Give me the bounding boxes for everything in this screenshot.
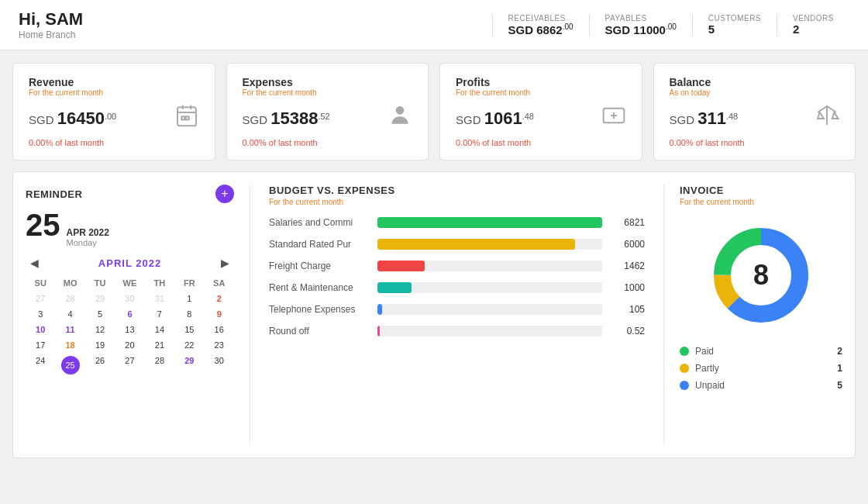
budget-bar-wrap [377, 326, 602, 337]
calendar-day[interactable]: 8 [174, 306, 204, 322]
calendar-day[interactable]: 28 [55, 291, 84, 306]
calendar-day[interactable]: 23 [205, 337, 234, 353]
calendar-month-label: APRIL 2022 [98, 257, 161, 269]
budget-bar [377, 217, 602, 228]
card-expenses[interactable]: Expenses For the current month SGD 15388… [226, 63, 429, 161]
calendar-day[interactable]: 12 [85, 322, 115, 337]
calendar-day[interactable]: 3 [26, 306, 55, 322]
add-reminder-button[interactable]: + [215, 185, 234, 203]
calendar-day[interactable]: 27 [115, 353, 144, 378]
branch-label: Home Branch [19, 29, 83, 40]
customers-label: CUSTOMERS [708, 14, 761, 22]
invoice-legend: Paid 2 Partly 1 Unpaid 5 [680, 346, 842, 391]
calendar-day[interactable]: 7 [145, 306, 174, 322]
budget-bar [377, 326, 380, 337]
calendar-day[interactable]: 26 [85, 353, 115, 378]
budget-row-value: 6821 [610, 217, 645, 228]
stat-receivables[interactable]: RECEIVABLES SGD 6862.00 [492, 14, 589, 36]
cal-day-header: WE [115, 275, 144, 291]
budget-row: Rent & Maintenance 1000 [269, 282, 645, 293]
card-profits[interactable]: Profits For the current month SGD 1061.4… [439, 63, 642, 161]
card-title-balance: Balance [670, 76, 840, 88]
calendar-day[interactable]: 10 [26, 322, 55, 337]
calendar-day[interactable]: 1 [174, 291, 204, 306]
budget-row-value: 105 [610, 304, 645, 315]
calendar-grid: SUMOTUWETHFRSA27282930311234567891011121… [26, 275, 234, 378]
card-amount-revenue: SGD 16450.00 [29, 103, 199, 133]
calendar-day[interactable]: 21 [145, 337, 174, 353]
card-icon-calendar [174, 103, 199, 133]
calendar-day[interactable]: 22 [174, 337, 204, 353]
budget-row-label: Standard Rated Pur [269, 239, 370, 250]
calendar-day[interactable]: 16 [205, 322, 234, 337]
calendar-day[interactable]: 24 [26, 353, 55, 378]
legend-label: Paid [695, 346, 714, 357]
calendar-day[interactable]: 28 [145, 353, 174, 378]
calendar-day[interactable]: 30 [115, 291, 144, 306]
date-day: 25 [26, 209, 60, 240]
budget-row-value: 1000 [610, 282, 645, 293]
cal-day-header: FR [174, 275, 204, 291]
stat-vendors[interactable]: VENDORS 2 [777, 14, 849, 36]
calendar-day[interactable]: 9 [205, 306, 234, 322]
cal-day-header: SU [26, 275, 55, 291]
calendar-day[interactable]: 31 [145, 291, 174, 306]
budget-title: BUDGET VS. EXPENSES [269, 185, 645, 196]
calendar-day[interactable]: 27 [26, 291, 55, 306]
card-title-expenses: Expenses [243, 76, 413, 88]
card-icon-dollar [601, 103, 626, 133]
stat-payables[interactable]: PAYABLES SGD 11000.00 [589, 14, 692, 36]
card-balance[interactable]: Balance As on today SGD 311.48 0.00% of … [653, 63, 856, 161]
customers-value: 5 [708, 22, 761, 36]
calendar-day[interactable]: 25 [55, 353, 84, 378]
calendar-day[interactable]: 19 [85, 337, 115, 353]
calendar-day[interactable]: 2 [205, 291, 234, 306]
card-value-expenses: SGD 15388.52 [243, 109, 330, 129]
legend-count: 2 [837, 346, 842, 357]
calendar-day[interactable]: 15 [174, 322, 204, 337]
calendar-day[interactable]: 14 [145, 322, 174, 337]
card-revenue[interactable]: Revenue For the current month SGD 16450.… [12, 63, 215, 161]
card-subtitle-expenses: For the current month [243, 88, 413, 97]
budget-row: Telephone Expenses 105 [269, 304, 645, 315]
budget-bar [377, 239, 575, 250]
budget-bar-wrap [377, 217, 602, 228]
calendar-day[interactable]: 29 [174, 353, 204, 378]
donut-chart: 8 [703, 217, 819, 333]
calendar-week-2: 10111213141516 [26, 322, 234, 337]
legend-dot [680, 381, 689, 390]
legend-row: Partly 1 [680, 363, 842, 374]
calendar-day[interactable]: 20 [115, 337, 144, 353]
calendar-day[interactable]: 30 [205, 353, 234, 378]
prev-month-button[interactable]: ◀ [26, 255, 43, 271]
calendar-day[interactable]: 18 [55, 337, 84, 353]
invoice-section: INVOICE For the current month 8 Paid 2 P… [664, 185, 842, 445]
receivables-value: SGD 6862.00 [508, 22, 574, 36]
card-percent-profits: 0.00% of last month [456, 138, 626, 147]
date-display: 25 APR 2022 Monday [26, 209, 234, 247]
summary-cards: Revenue For the current month SGD 16450.… [0, 50, 868, 161]
budget-bar-wrap [377, 261, 602, 271]
calendar-day[interactable]: 6 [115, 306, 144, 322]
calendar-day[interactable]: 5 [85, 306, 115, 322]
calendar-day[interactable]: 13 [115, 322, 144, 337]
svg-rect-5 [185, 116, 188, 119]
invoice-title: INVOICE [680, 185, 842, 196]
budget-rows: Salaries and Commi 6821 Standard Rated P… [269, 217, 645, 337]
calendar-day[interactable]: 11 [55, 322, 84, 337]
legend-dot [680, 347, 689, 356]
next-month-button[interactable]: ▶ [216, 255, 234, 271]
card-percent-expenses: 0.00% of last month [243, 138, 413, 147]
calendar-day[interactable]: 17 [26, 337, 55, 353]
reminder-header: REMINDER + [26, 185, 234, 203]
calendar-header-row: SUMOTUWETHFRSA [26, 275, 234, 291]
stat-customers[interactable]: CUSTOMERS 5 [692, 14, 777, 36]
svg-rect-4 [181, 116, 184, 119]
budget-row-value: 0.52 [610, 326, 645, 337]
calendar-day[interactable]: 29 [85, 291, 115, 306]
calendar-week-1: 3456789 [26, 306, 234, 322]
legend-left: Unpaid [680, 380, 725, 391]
calendar-day[interactable]: 4 [55, 306, 84, 322]
budget-row: Round off 0.52 [269, 326, 645, 337]
card-subtitle-balance: As on today [670, 88, 840, 97]
